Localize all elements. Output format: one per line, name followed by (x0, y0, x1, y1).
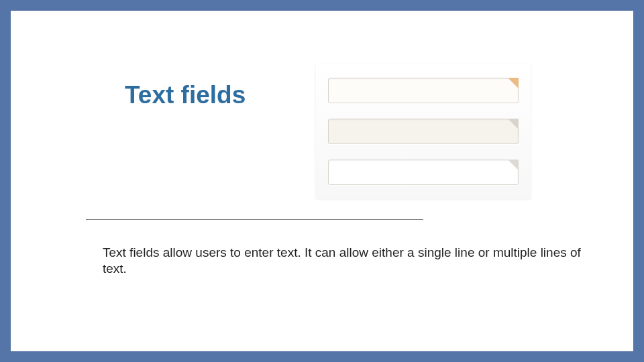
corner-fold-icon (508, 160, 519, 170)
slide-title: Text fields (125, 81, 246, 109)
text-field-illustration (316, 64, 531, 198)
slide-canvas: Text fields Text fields allow users to e… (11, 11, 633, 351)
corner-fold-icon (508, 119, 519, 129)
sample-text-input (328, 78, 519, 103)
section-divider (86, 219, 423, 220)
slide-body-text: Text fields allow users to enter text. I… (103, 245, 586, 278)
sample-text-input (328, 119, 519, 144)
sample-text-input (328, 160, 519, 185)
corner-fold-icon (508, 78, 519, 88)
